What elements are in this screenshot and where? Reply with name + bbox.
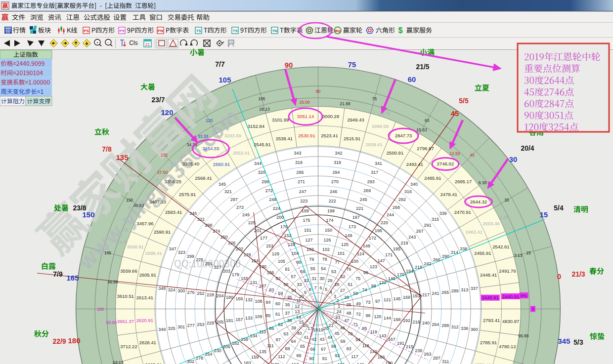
svg-text:220: 220: [381, 220, 388, 225]
svg-text:197: 197: [352, 215, 360, 220]
svg-text:341: 341: [375, 161, 382, 166]
svg-text:53.13: 53.13: [113, 360, 124, 364]
svg-text:311: 311: [442, 359, 449, 364]
svg-text:4830.97: 4830.97: [502, 319, 519, 324]
svg-text:96: 96: [365, 313, 370, 318]
svg-text:277: 277: [187, 323, 195, 328]
svg-text:2796.87: 2796.87: [417, 146, 434, 151]
svg-text:2478.41: 2478.41: [440, 192, 457, 197]
svg-text:147: 147: [378, 258, 385, 263]
svg-text:3.13: 3.13: [514, 253, 523, 258]
svg-text:180: 180: [97, 307, 104, 312]
svg-text:200: 200: [276, 215, 284, 220]
svg-text:204: 204: [216, 293, 223, 298]
svg-text:268: 268: [393, 205, 400, 210]
svg-text:301: 301: [177, 324, 185, 329]
svg-text:149: 149: [345, 233, 352, 238]
svg-text:79: 79: [309, 257, 314, 262]
svg-text:112: 112: [278, 354, 285, 359]
svg-text:3000.28: 3000.28: [322, 114, 339, 119]
svg-text:195: 195: [393, 246, 400, 251]
svg-text:94: 94: [355, 337, 360, 342]
svg-text:0: 0: [557, 272, 561, 281]
svg-text:2448.41: 2448.41: [480, 272, 497, 278]
svg-text:2545.91: 2545.91: [254, 142, 270, 147]
svg-text:70: 70: [348, 331, 353, 336]
svg-text:250: 250: [220, 235, 228, 240]
svg-text:253: 253: [197, 322, 204, 327]
svg-text:18.75: 18.75: [380, 111, 391, 116]
svg-text:11: 11: [296, 298, 301, 303]
svg-text:202: 202: [236, 246, 243, 251]
svg-text:P9: P9: [120, 29, 125, 33]
svg-text:60: 60: [275, 301, 280, 306]
svg-text:158: 158: [241, 337, 248, 342]
svg-text:244: 244: [387, 212, 394, 217]
svg-text:Cls: Cls: [129, 40, 137, 46]
svg-text:172: 172: [369, 236, 376, 241]
svg-text:159: 159: [251, 355, 259, 360]
svg-text:85: 85: [266, 313, 271, 318]
svg-text:198: 198: [327, 208, 335, 213]
svg-text:3051.14: 3051.14: [297, 114, 314, 119]
svg-text:109: 109: [255, 314, 262, 319]
svg-text:95: 95: [362, 326, 367, 331]
svg-text:90: 90: [285, 61, 293, 69]
svg-text:294: 294: [332, 170, 340, 175]
svg-text:45: 45: [470, 153, 475, 158]
svg-text:2515.91: 2515.91: [344, 136, 360, 141]
svg-text:125: 125: [341, 242, 349, 247]
svg-text:340: 340: [410, 182, 418, 187]
svg-text:83: 83: [269, 287, 274, 292]
svg-text:135: 135: [161, 153, 168, 158]
svg-text:169: 169: [403, 295, 410, 300]
svg-text:102: 102: [322, 247, 330, 252]
svg-text:141: 141: [357, 362, 364, 364]
svg-text:3712.22: 3712.22: [120, 344, 137, 349]
svg-text:5: 5: [325, 287, 327, 292]
svg-text:3457.96: 3457.96: [136, 221, 153, 226]
svg-text:75: 75: [355, 276, 360, 281]
svg-text:2568.41: 2568.41: [195, 175, 212, 181]
svg-text:190: 190: [385, 361, 393, 364]
svg-text:151: 151: [304, 228, 311, 233]
svg-text:298: 298: [205, 223, 213, 228]
svg-text:2778.41: 2778.41: [474, 362, 491, 364]
svg-text:5/4: 5/4: [554, 204, 564, 212]
svg-text:264: 264: [432, 322, 439, 327]
svg-text:276: 276: [187, 290, 195, 295]
svg-text:2: 2: [336, 298, 339, 303]
svg-text:2590.91: 2590.91: [154, 229, 171, 235]
svg-text:2491.76: 2491.76: [499, 268, 516, 274]
svg-text:PN: PN: [158, 29, 163, 33]
svg-text:312: 312: [451, 324, 459, 329]
svg-text:134: 134: [250, 333, 257, 338]
svg-text:44: 44: [327, 335, 332, 340]
svg-text:3254.55: 3254.55: [202, 146, 219, 151]
svg-text:56: 56: [300, 269, 305, 274]
svg-text:9.38: 9.38: [479, 180, 487, 185]
svg-text:216: 216: [413, 320, 420, 324]
svg-text:324: 324: [168, 287, 175, 292]
svg-text:2598.41: 2598.41: [145, 250, 162, 256]
svg-text:223: 223: [300, 199, 307, 203]
svg-text:36: 36: [285, 302, 290, 307]
svg-text:157: 157: [235, 317, 243, 322]
svg-text:74: 74: [362, 287, 367, 292]
svg-text:146: 146: [388, 276, 395, 281]
svg-text:2949.43: 2949.43: [348, 117, 364, 122]
svg-text:46: 46: [340, 325, 345, 330]
svg-text:87: 87: [276, 337, 281, 342]
svg-text:205: 205: [216, 320, 223, 324]
svg-text:263: 263: [424, 352, 431, 357]
svg-text:22/9: 22/9: [52, 337, 66, 345]
svg-text:75: 75: [348, 60, 356, 69]
svg-text:15.63: 15.63: [416, 127, 427, 132]
svg-text:97: 97: [375, 299, 380, 304]
svg-text:322: 322: [197, 217, 205, 222]
svg-text:113: 113: [292, 362, 299, 364]
svg-text:225: 225: [248, 220, 256, 225]
svg-text:50: 50: [353, 291, 358, 296]
svg-text:2847.73: 2847.73: [395, 133, 412, 138]
svg-text:43: 43: [320, 337, 325, 342]
